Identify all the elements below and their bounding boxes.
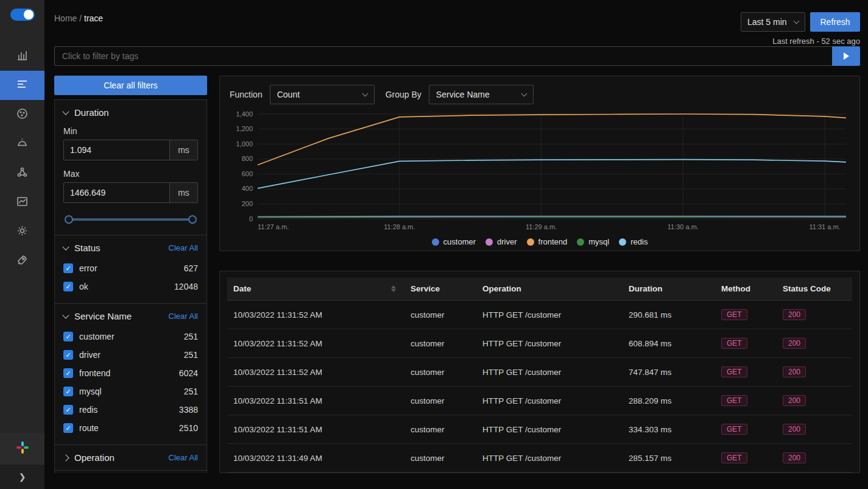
slack-icon xyxy=(16,441,29,457)
sidebar-item-service-map[interactable] xyxy=(0,159,44,188)
cell-status-code: 200 xyxy=(777,424,852,435)
theme-toggle[interactable] xyxy=(10,9,35,21)
svg-text:200: 200 xyxy=(242,200,253,207)
align-left-icon xyxy=(16,79,28,93)
table-row[interactable]: 10/03/2022 11:31:51 AMcustomerHTTP GET /… xyxy=(227,415,852,444)
slider-handle-min[interactable] xyxy=(65,215,73,224)
sidebar-item-traces[interactable] xyxy=(0,71,44,100)
duration-max-input[interactable] xyxy=(64,183,169,202)
max-label: Max xyxy=(63,169,198,179)
line-chart: 02004006008001,0001,2001,40011:27 a.m.11… xyxy=(230,108,850,234)
section-title: Service Name xyxy=(74,311,163,321)
checkbox-checked-icon[interactable]: ✓ xyxy=(63,423,73,433)
groupby-select[interactable]: Service Name xyxy=(429,85,534,104)
status-code-tag: 200 xyxy=(783,452,806,463)
method-tag: GET xyxy=(721,338,747,349)
method-tag: GET xyxy=(721,366,747,377)
cell-date: 10/03/2022 11:31:51 AM xyxy=(227,425,404,434)
filter-item-label: error xyxy=(79,263,178,273)
checkbox-checked-icon[interactable]: ✓ xyxy=(63,405,73,415)
filter-item-redis[interactable]: ✓redis3388 xyxy=(63,401,198,419)
status-code-tag: 200 xyxy=(783,395,806,406)
table-row[interactable]: 10/03/2022 11:31:52 AMcustomerHTTP GET /… xyxy=(227,358,852,387)
play-icon xyxy=(844,52,849,60)
legend-item-customer[interactable]: customer xyxy=(432,237,476,246)
clear-all-link[interactable]: Clear All xyxy=(169,453,198,462)
clear-all-filters-button[interactable]: Clear all filters xyxy=(54,76,207,95)
status-section-header[interactable]: StatusClear All xyxy=(63,243,198,253)
filter-item-customer[interactable]: ✓customer251 xyxy=(63,327,198,346)
sidebar-collapse-button[interactable]: ❯ xyxy=(0,465,44,489)
legend-label: customer xyxy=(443,237,476,246)
refresh-button[interactable]: Refresh xyxy=(810,12,860,32)
filter-item-route[interactable]: ✓route2510 xyxy=(63,419,198,437)
column-header-method: Method xyxy=(715,284,777,293)
filter-item-driver[interactable]: ✓driver251 xyxy=(63,346,198,364)
time-range-select[interactable]: Last 5 min xyxy=(741,12,805,32)
svg-text:800: 800 xyxy=(242,155,253,162)
filter-item-count: 251 xyxy=(184,332,198,341)
table-row[interactable]: 10/03/2022 11:31:52 AMcustomerHTTP GET /… xyxy=(227,329,852,358)
duration-min-input[interactable] xyxy=(64,140,169,160)
column-header-status-code: Status Code xyxy=(777,284,852,293)
chevron-down-icon xyxy=(794,18,800,24)
slack-support-button[interactable] xyxy=(0,433,44,465)
checkbox-checked-icon[interactable]: ✓ xyxy=(63,263,73,273)
clear-all-link[interactable]: Clear All xyxy=(169,243,198,252)
legend-dot-icon xyxy=(485,238,493,246)
method-tag: GET xyxy=(721,395,747,406)
legend-item-frontend[interactable]: frontend xyxy=(527,237,568,246)
duration-slider[interactable] xyxy=(66,215,196,224)
filter-item-label: mysql xyxy=(79,387,178,396)
status-filter-list: ✓error627✓ok12048 xyxy=(63,259,198,296)
table-row[interactable]: 10/03/2022 11:31:52 AMcustomerHTTP GET /… xyxy=(227,301,852,329)
filter-item-error[interactable]: ✓error627 xyxy=(63,259,198,277)
method-tag: GET xyxy=(721,452,747,463)
column-header-service: Service xyxy=(404,284,476,293)
function-value: Count xyxy=(277,90,300,99)
sidebar-item-dashboards[interactable] xyxy=(0,188,44,217)
section-title: Operation xyxy=(74,452,163,463)
filter-item-mysql[interactable]: ✓mysql251 xyxy=(63,382,198,401)
duration-section-header[interactable]: Duration xyxy=(63,107,198,118)
table-header-row: DateServiceOperationDurationMethodStatus… xyxy=(227,277,852,301)
operation-section-header[interactable]: OperationClear All xyxy=(63,452,198,463)
sidebar-item-alerts[interactable] xyxy=(0,129,44,159)
line-chart-icon xyxy=(16,196,28,210)
breadcrumb-home-link[interactable]: Home xyxy=(54,13,77,23)
filter-item-frontend[interactable]: ✓frontend6024 xyxy=(63,364,198,382)
traces-chart: 02004006008001,0001,2001,40011:27 a.m.11… xyxy=(230,108,850,236)
table-row[interactable]: 10/03/2022 11:31:49 AMcustomerHTTP GET /… xyxy=(227,444,852,473)
tag-filter-input[interactable] xyxy=(54,46,832,66)
chart-panel: Function Count Group By Service Name 020… xyxy=(219,76,860,251)
checkbox-checked-icon[interactable]: ✓ xyxy=(63,282,73,291)
method-tag: GET xyxy=(721,309,747,320)
service-name-section-header[interactable]: Service NameClear All xyxy=(63,311,198,321)
legend-label: driver xyxy=(497,237,517,246)
checkbox-checked-icon[interactable]: ✓ xyxy=(63,387,73,396)
sidebar-item-metrics[interactable] xyxy=(0,41,44,71)
sidebar-item-settings[interactable] xyxy=(0,217,44,246)
chevron-down-icon xyxy=(62,312,69,318)
clear-all-link[interactable]: Clear All xyxy=(169,312,198,321)
checkbox-checked-icon[interactable]: ✓ xyxy=(63,368,73,378)
table-row[interactable]: 10/03/2022 11:31:51 AMcustomerHTTP GET /… xyxy=(227,387,852,415)
sidebar-item-instrumentation[interactable] xyxy=(0,246,44,276)
filter-item-ok[interactable]: ✓ok12048 xyxy=(63,277,198,296)
checkbox-checked-icon[interactable]: ✓ xyxy=(63,332,73,341)
run-filter-button[interactable] xyxy=(832,46,860,66)
legend-item-mysql[interactable]: mysql xyxy=(577,237,609,246)
checkbox-checked-icon[interactable]: ✓ xyxy=(63,350,73,360)
filter-item-count: 6024 xyxy=(179,368,198,378)
cell-date: 10/03/2022 11:31:52 AM xyxy=(227,339,404,348)
date-sort-icon[interactable] xyxy=(383,285,404,292)
legend-item-redis[interactable]: redis xyxy=(619,237,647,246)
slider-handle-max[interactable] xyxy=(188,215,197,224)
legend-item-driver[interactable]: driver xyxy=(485,237,517,246)
chevron-down-icon xyxy=(521,91,527,97)
sidebar-item-usage[interactable] xyxy=(0,100,44,129)
column-header-date[interactable]: Date xyxy=(227,284,383,293)
function-select[interactable]: Count xyxy=(270,85,375,104)
section-title: Status xyxy=(74,243,163,253)
svg-text:0: 0 xyxy=(249,215,253,223)
